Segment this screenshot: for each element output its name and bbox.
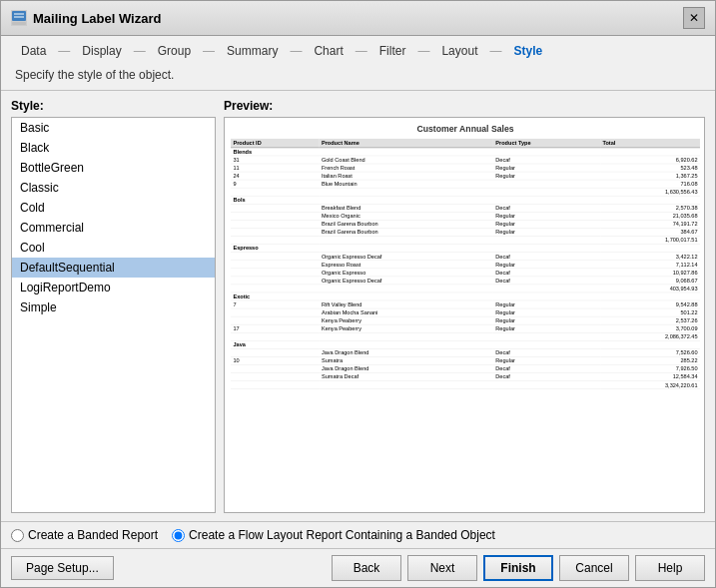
table-row: 24Italian RoastRegular1,367.25 [231, 172, 700, 180]
title-bar-left: Mailing Label Wizard [11, 10, 161, 26]
banded-label: Create a Banded Report [28, 528, 158, 542]
tab-filter[interactable]: Filter [369, 42, 416, 60]
style-item-commercial[interactable]: Commercial [12, 218, 215, 238]
help-button[interactable]: Help [635, 555, 705, 581]
style-item-logireportdemo[interactable]: LogiReportDemo [12, 278, 215, 297]
col-header-total: Total [600, 139, 700, 148]
flow-label: Create a Flow Layout Report Containing a… [189, 528, 495, 542]
cancel-button[interactable]: Cancel [559, 555, 629, 581]
table-row: Organic Espresso DecafDecaf9,068.67 [231, 277, 700, 285]
tab-data[interactable]: Data [11, 42, 56, 60]
table-row: Blends [231, 148, 700, 156]
table-row: 1,630,556.43 [231, 188, 700, 196]
tab-display[interactable]: Display [72, 42, 131, 60]
table-row: Sumatra DecafDecaf12,584.34 [231, 373, 700, 381]
svg-rect-0 [12, 11, 26, 21]
style-item-bottlegreen[interactable]: BottleGreen [12, 158, 215, 178]
preview-label: Preview: [224, 99, 705, 113]
table-row: 10SumatraRegular285.22 [231, 356, 700, 364]
button-bar: Page Setup... Back Next Finish Cancel He… [1, 548, 715, 587]
group-header-exotic: Exotic [231, 293, 700, 300]
banded-radio[interactable] [11, 529, 24, 542]
wizard-icon [11, 10, 27, 26]
next-button[interactable]: Next [407, 555, 477, 581]
tab-style[interactable]: Style [503, 42, 552, 60]
table-row: 1,700,017.51 [231, 237, 700, 245]
close-button[interactable]: ✕ [683, 7, 705, 29]
banded-report-option[interactable]: Create a Banded Report [11, 528, 158, 542]
group-header-java: Java [231, 340, 700, 348]
dialog-title: Mailing Label Wizard [33, 11, 161, 26]
table-row: Kenya PeaberryRegular2,537.26 [231, 316, 700, 324]
style-label: Style: [11, 99, 216, 113]
report-title: Customer Annual Sales [231, 124, 700, 134]
title-bar: Mailing Label Wizard ✕ [1, 1, 715, 36]
table-row: 403,954.93 [231, 285, 700, 293]
style-item-basic[interactable]: Basic [12, 118, 215, 138]
style-panel: Style: Basic Black BottleGreen Classic C… [11, 99, 216, 513]
group-header-bols: Bols [231, 196, 700, 204]
col-header-product-id: Product ID [231, 139, 319, 148]
table-row: 11French RoastRegular523.48 [231, 164, 700, 172]
preview-panel: Preview: Customer Annual Sales Product I… [224, 99, 705, 513]
table-row: 3,324,220.61 [231, 381, 700, 389]
description-text: Specify the style of the object. [1, 60, 715, 91]
table-row: Brazil Garena BourbonRegular74,191.72 [231, 220, 700, 228]
table-row: 9Blue Mountain716.08 [231, 180, 700, 188]
table-row: Breakfast BlendDecaf2,570.38 [231, 204, 700, 212]
preview-content: Customer Annual Sales Product ID Product… [231, 124, 700, 389]
table-row: 7Rift Valley BlendRegular9,542.88 [231, 300, 700, 308]
style-item-cold[interactable]: Cold [12, 198, 215, 218]
table-row: 31Gold Coast BlendDecaf6,920.62 [231, 156, 700, 164]
table-row: 17Kenya PeaberryRegular3,700.09 [231, 324, 700, 332]
style-list[interactable]: Basic Black BottleGreen Classic Cold Com… [11, 117, 216, 513]
content-area: Style: Basic Black BottleGreen Classic C… [1, 91, 715, 521]
col-header-product-name: Product Name [319, 139, 492, 148]
tab-chart[interactable]: Chart [304, 42, 353, 60]
style-item-simple[interactable]: Simple [12, 297, 215, 317]
style-item-cool[interactable]: Cool [12, 238, 215, 258]
table-row: Arabian Mocha SananiRegular501.22 [231, 308, 700, 316]
style-item-black[interactable]: Black [12, 138, 215, 158]
bottom-options: Create a Banded Report Create a Flow Lay… [1, 521, 715, 548]
col-header-product-type: Product Type [493, 139, 600, 148]
table-row: Exotic [231, 293, 700, 300]
table-row: 2,086,372.45 [231, 332, 700, 340]
table-row: Java [231, 340, 700, 348]
table-row: Java Dragon BlendDecaf7,926.50 [231, 364, 700, 372]
report-table: Product ID Product Name Product Type Tot… [231, 139, 700, 389]
group-header-espresso: Espresso [231, 245, 700, 253]
style-item-defaultsequential[interactable]: DefaultSequential [12, 258, 215, 278]
table-row: Organic Espresso DecafDecaf3,422.12 [231, 253, 700, 261]
tab-group[interactable]: Group [148, 42, 201, 60]
dialog: Mailing Label Wizard ✕ Data — Display — … [0, 0, 716, 588]
table-row: Espresso [231, 245, 700, 253]
table-row: Java Dragon BlendDecaf7,526.60 [231, 348, 700, 356]
nav-tabs: Data — Display — Group — Summary — Chart… [1, 36, 715, 60]
tab-layout[interactable]: Layout [431, 42, 487, 60]
style-item-classic[interactable]: Classic [12, 178, 215, 198]
tab-summary[interactable]: Summary [217, 42, 288, 60]
preview-area: Customer Annual Sales Product ID Product… [224, 117, 705, 513]
finish-button[interactable]: Finish [483, 555, 553, 581]
table-row: Bols [231, 196, 700, 204]
svg-rect-1 [12, 22, 26, 25]
table-row: Brazil Garena BourbonRegular384.67 [231, 228, 700, 236]
table-row: Mexico OrganicRegular21,035.68 [231, 212, 700, 220]
table-row: Espresso RoastRegular7,112.14 [231, 261, 700, 269]
page-setup-button[interactable]: Page Setup... [11, 556, 114, 580]
flow-report-option[interactable]: Create a Flow Layout Report Containing a… [172, 528, 495, 542]
flow-radio[interactable] [172, 529, 185, 542]
table-row: Organic EspressoDecaf10,927.86 [231, 269, 700, 277]
back-button[interactable]: Back [332, 555, 401, 581]
group-header-blends: Blends [231, 148, 700, 156]
